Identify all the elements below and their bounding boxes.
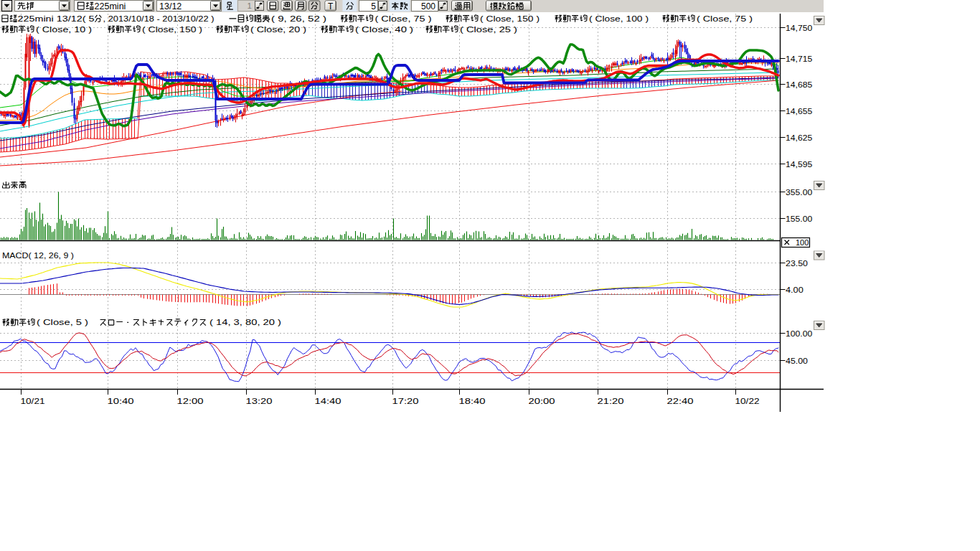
svg-text:14,685: 14,685: [786, 80, 812, 89]
svg-text:14,715: 14,715: [786, 55, 812, 63]
svg-text:100.00: 100.00: [786, 329, 812, 338]
svg-text:14:40: 14:40: [315, 397, 341, 405]
svg-text:( Close, 150 ): ( Close, 150 ): [142, 25, 202, 34]
svg-text:( Close, 20 ): ( Close, 20 ): [250, 25, 306, 34]
svg-text:5: 5: [371, 1, 376, 11]
svg-text:( Close, 150 ): ( Close, 150 ): [480, 14, 540, 23]
svg-text:( Close, 75 ): ( Close, 75 ): [697, 14, 753, 23]
svg-text:( Close, 5 ): ( Close, 5 ): [37, 318, 88, 326]
svg-text:20:00: 20:00: [529, 397, 555, 405]
svg-text:225mini 13/12( 5: 225mini 13/12( 5: [18, 14, 95, 23]
svg-text:10/22: 10/22: [735, 397, 760, 405]
svg-text:45.00: 45.00: [786, 357, 808, 365]
svg-text:10:40: 10:40: [108, 397, 134, 405]
svg-text:500: 500: [421, 1, 435, 11]
svg-text:1: 1: [248, 1, 252, 10]
svg-text:22:40: 22:40: [667, 397, 694, 405]
svg-text:( Close, 75 ): ( Close, 75 ): [375, 14, 432, 23]
svg-text:MACD( 12, 26, 9 ): MACD( 12, 26, 9 ): [2, 251, 74, 260]
svg-text:T: T: [328, 1, 334, 11]
svg-text:23.50: 23.50: [786, 259, 808, 268]
svg-text:, 2013/10/18 - 2013/10/22 ): , 2013/10/18 - 2013/10/22 ): [103, 14, 215, 23]
svg-text:225mini: 225mini: [95, 1, 126, 11]
svg-text:13/12: 13/12: [159, 1, 182, 11]
svg-text:4.00: 4.00: [786, 286, 804, 294]
svg-text:( 9, 26, 52 ): ( 9, 26, 52 ): [271, 14, 326, 23]
svg-text:( Close, 10 ): ( Close, 10 ): [36, 25, 92, 34]
svg-text:12:00: 12:00: [177, 397, 204, 405]
svg-text:100: 100: [796, 238, 809, 247]
svg-text:( 14, 3, 80, 20 ): ( 14, 3, 80, 20 ): [209, 318, 281, 326]
svg-text:14,625: 14,625: [786, 133, 812, 142]
svg-text:13:20: 13:20: [246, 397, 273, 405]
svg-text:( Close, 25 ): ( Close, 25 ): [460, 25, 517, 34]
svg-text:17:20: 17:20: [392, 397, 419, 405]
svg-text:10/21: 10/21: [21, 397, 45, 405]
svg-text:155.00: 155.00: [786, 215, 812, 223]
svg-text:( Close, 40 ): ( Close, 40 ): [355, 25, 413, 34]
svg-text:21:20: 21:20: [598, 397, 624, 405]
svg-text:14,595: 14,595: [786, 160, 812, 169]
svg-text:18:40: 18:40: [459, 397, 486, 405]
svg-text:( Close, 100 ): ( Close, 100 ): [589, 14, 649, 23]
svg-text:14,750: 14,750: [786, 24, 812, 32]
svg-text:355.00: 355.00: [786, 188, 812, 197]
svg-text:14,655: 14,655: [786, 107, 812, 116]
